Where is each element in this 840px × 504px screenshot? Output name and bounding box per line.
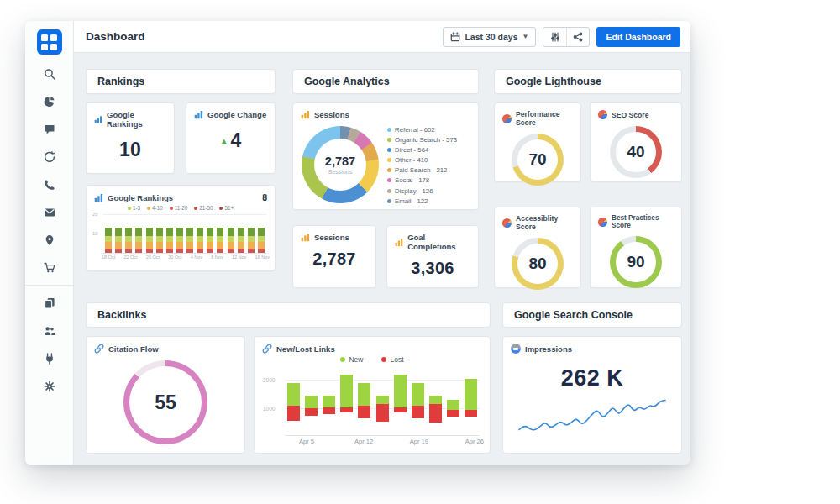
widget-citation-flow: Citation Flow 55 bbox=[86, 336, 245, 454]
lost-links-bar bbox=[429, 404, 442, 423]
widget-label: SEO Score bbox=[612, 111, 648, 119]
widget-seo-score: SEO Score 40 bbox=[590, 102, 682, 182]
section-backlinks: Backlinks bbox=[86, 302, 491, 328]
lighthouse-icon bbox=[598, 110, 607, 119]
bar-segment bbox=[248, 249, 255, 253]
bar-segment bbox=[135, 242, 142, 249]
legend-dot bbox=[387, 138, 391, 142]
x-tick-label: 12 Nov bbox=[232, 255, 246, 260]
lost-links-bar bbox=[340, 407, 353, 413]
x-axis-line bbox=[103, 253, 266, 254]
bar-segment bbox=[217, 236, 223, 242]
widget-label: Google Rankings bbox=[107, 110, 166, 129]
bar-segment bbox=[207, 228, 213, 236]
bar-chart-icon bbox=[94, 193, 103, 202]
sidebar-item-settings[interactable] bbox=[25, 372, 74, 400]
new-links-bar bbox=[376, 396, 389, 404]
documents-icon bbox=[44, 297, 55, 309]
legend-dot bbox=[381, 357, 386, 362]
sidebar-item-messages[interactable] bbox=[25, 115, 74, 143]
widget-label: Sessions bbox=[314, 110, 349, 119]
sidebar-item-integrations[interactable] bbox=[25, 344, 74, 372]
legend-dot bbox=[128, 207, 131, 210]
lost-links-bar bbox=[465, 410, 477, 417]
bar-segment bbox=[258, 228, 265, 236]
rankings-bar bbox=[186, 228, 193, 253]
share-icon bbox=[573, 32, 583, 42]
bar-segment bbox=[228, 242, 234, 249]
date-range-selector[interactable]: Last 30 days ▼ bbox=[443, 27, 536, 47]
share-button[interactable] bbox=[566, 28, 589, 46]
new-links-bar bbox=[287, 383, 300, 406]
widget-impressions: Impressions 262 K bbox=[502, 336, 682, 454]
y-tick-label: 10 bbox=[92, 231, 97, 236]
sidebar-item-home[interactable] bbox=[37, 29, 62, 55]
bar-segment bbox=[115, 236, 122, 242]
legend-dot bbox=[387, 128, 391, 132]
chevron-down-icon: ▼ bbox=[522, 33, 528, 40]
bar-segment bbox=[197, 249, 203, 253]
legend-dot bbox=[387, 178, 391, 182]
rankings-bar bbox=[146, 228, 153, 253]
refresh-chat-icon bbox=[44, 151, 55, 163]
performance-gauge: 70 bbox=[512, 134, 564, 186]
sidebar-item-reviews[interactable] bbox=[25, 143, 74, 171]
bar-segment bbox=[146, 228, 153, 236]
bar-segment bbox=[238, 242, 244, 249]
sessions-donut-legend: Referral - 602Organic Search - 573Direct… bbox=[387, 126, 457, 205]
widget-label: Accessiblity Score bbox=[516, 214, 573, 231]
bar-segment bbox=[166, 228, 173, 236]
bar-segment bbox=[217, 242, 223, 249]
widget-google-rankings-stat: Google Rankings 10 bbox=[86, 102, 175, 174]
widget-label: Google Rankings bbox=[108, 193, 173, 202]
legend-dot bbox=[147, 207, 150, 210]
users-icon bbox=[44, 325, 55, 337]
dashboard-content: Rankings Google Analytics Google Lightho… bbox=[86, 69, 682, 457]
legend-dot bbox=[387, 199, 391, 203]
lost-links-bar bbox=[323, 407, 335, 414]
sidebar-item-reports[interactable] bbox=[25, 289, 74, 317]
bar-segment bbox=[135, 236, 142, 242]
sidebar-item-calls[interactable] bbox=[25, 171, 74, 198]
rankings-bar bbox=[197, 228, 203, 253]
main-area: Dashboard Last 30 days ▼ Edit Dashboard bbox=[74, 21, 690, 465]
sidebar-item-ecommerce[interactable] bbox=[25, 254, 74, 281]
bar-segment bbox=[166, 249, 173, 253]
bar-segment bbox=[258, 242, 265, 249]
legend-item: Lost bbox=[381, 355, 403, 364]
sidebar-item-analytics[interactable] bbox=[25, 87, 74, 115]
new-links-bar bbox=[394, 375, 407, 407]
widget-label: Performance Score bbox=[516, 110, 573, 127]
rankings-bar bbox=[166, 228, 173, 253]
widget-label: New/Lost Links bbox=[276, 344, 335, 354]
lost-links-bar bbox=[358, 406, 370, 418]
x-tick-label: Apr 19 bbox=[410, 438, 428, 445]
filters-button[interactable] bbox=[543, 28, 566, 46]
sidebar-item-search[interactable] bbox=[25, 60, 74, 87]
sidebar-item-email[interactable] bbox=[25, 198, 74, 226]
legend-item: 11-20 bbox=[170, 205, 188, 211]
legend-item: 21-50 bbox=[194, 205, 213, 211]
bar-segment bbox=[125, 249, 132, 253]
legend-item: Social - 178 bbox=[387, 176, 457, 184]
seo-gauge: 40 bbox=[610, 126, 662, 178]
page-title: Dashboard bbox=[86, 30, 145, 43]
new-links-bar bbox=[429, 396, 442, 404]
edit-dashboard-button[interactable]: Edit Dashboard bbox=[596, 27, 680, 47]
bar-segment bbox=[238, 228, 244, 236]
bar-segment bbox=[135, 249, 142, 253]
sidebar-item-team[interactable] bbox=[25, 317, 74, 344]
date-range-label: Last 30 days bbox=[465, 32, 517, 42]
new-links-bar bbox=[323, 396, 335, 407]
sidebar-item-local[interactable] bbox=[25, 226, 74, 254]
new-lost-xaxis: Apr 5Apr 12Apr 19Apr 26 bbox=[285, 436, 490, 446]
gauge-value: 55 bbox=[129, 366, 202, 438]
google-change-value: ▲4 bbox=[186, 129, 275, 152]
gridline bbox=[285, 380, 480, 381]
bar-segment bbox=[228, 249, 234, 253]
lighthouse-icon bbox=[502, 218, 512, 228]
bar-segment bbox=[125, 228, 132, 236]
rankings-xaxis: 18 Oct22 Oct26 Oct30 Oct4 Nov8 Nov12 Nov… bbox=[102, 255, 270, 260]
legend-dot bbox=[219, 207, 223, 210]
google-rankings-value: 10 bbox=[87, 139, 174, 161]
